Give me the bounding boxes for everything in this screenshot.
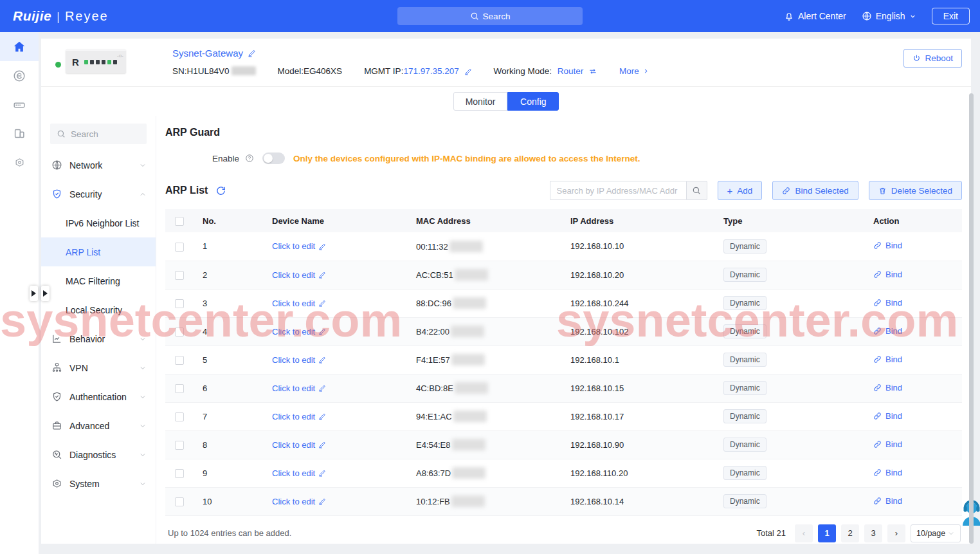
edit-icon — [318, 412, 326, 420]
type-badge: Dynamic — [723, 296, 767, 310]
bind-link[interactable]: Bind — [873, 355, 902, 364]
arp-search-input[interactable] — [550, 181, 686, 200]
sidebar-search[interactable] — [50, 124, 147, 144]
row-checkbox[interactable] — [175, 384, 184, 393]
row-checkbox[interactable] — [175, 328, 184, 337]
collapse-arrow-left[interactable] — [30, 286, 38, 301]
page-size-select[interactable]: 10/page — [911, 524, 961, 542]
reboot-button[interactable]: Reboot — [903, 49, 962, 68]
bind-link[interactable]: Bind — [873, 241, 902, 250]
alert-center-button[interactable]: Alert Center — [784, 11, 846, 21]
prev-page-button[interactable]: ‹ — [795, 524, 813, 542]
sidebar-item-arp-list[interactable]: ARP List — [41, 237, 156, 266]
bind-label: Bind — [885, 326, 902, 336]
global-search-button[interactable]: Search — [397, 7, 583, 25]
working-mode-value[interactable]: Router — [558, 66, 584, 76]
link-icon — [873, 299, 882, 307]
device-name-edit-link[interactable]: Click to edit — [272, 241, 326, 251]
page-button-1[interactable]: 1 — [818, 524, 836, 542]
sidebar-item-behavior[interactable]: Behavior — [41, 324, 156, 353]
bind-link[interactable]: Bind — [873, 439, 902, 449]
arp-search-button[interactable] — [686, 181, 707, 200]
link-icon — [873, 270, 882, 279]
next-page-button[interactable]: › — [887, 524, 905, 542]
mgmt-ip-value[interactable]: 171.97.35.207 — [403, 66, 458, 76]
rail-item-hexagon[interactable] — [0, 148, 39, 177]
bind-link[interactable]: Bind — [873, 496, 902, 506]
page-button-3[interactable]: 3 — [864, 524, 882, 542]
device-name-edit-link[interactable]: Click to edit — [272, 383, 326, 393]
sidebar-item-mac-filtering[interactable]: MAC Filtering — [41, 266, 156, 295]
sidebar-item-network[interactable]: Network — [41, 151, 156, 180]
sidebar-item-ipv6-neighbor-list[interactable]: IPv6 Neighbor List — [41, 208, 156, 237]
arp-guard-title: ARP Guard — [165, 127, 962, 138]
sidebar-item-vpn[interactable]: VPN — [41, 353, 156, 382]
tab-config[interactable]: Config — [507, 92, 559, 111]
row-checkbox[interactable] — [175, 356, 184, 365]
sidebar-collapse-handle[interactable] — [30, 286, 50, 301]
chevron-down-icon — [139, 364, 147, 372]
select-all-checkbox[interactable] — [175, 217, 184, 226]
rail-item-gateway[interactable] — [0, 90, 39, 119]
mac-redacted — [453, 411, 487, 422]
device-name-edit-link[interactable]: Click to edit — [272, 355, 326, 365]
cell-mac: AC:CB:51 — [416, 261, 570, 289]
refresh-icon[interactable] — [215, 185, 226, 196]
row-checkbox[interactable] — [175, 469, 184, 478]
add-button[interactable]: + Add — [718, 181, 763, 200]
language-selector[interactable]: English — [862, 11, 916, 21]
table-row: 8 Click to edit E4:54:E8 192.168.10.90 D… — [165, 430, 962, 459]
swap-icon[interactable] — [588, 67, 597, 76]
device-name-edit-link[interactable]: Click to edit — [272, 327, 326, 337]
sidebar-item-label: System — [69, 479, 139, 489]
row-checkbox[interactable] — [175, 497, 184, 506]
row-checkbox[interactable] — [175, 271, 184, 280]
bind-label: Bind — [885, 468, 902, 477]
bind-selected-label: Bind Selected — [795, 186, 848, 196]
help-icon[interactable] — [245, 154, 254, 163]
device-name-edit-link[interactable]: Click to edit — [272, 412, 326, 421]
bind-link[interactable]: Bind — [873, 468, 902, 477]
sidebar-item-local-security[interactable]: Local Security — [41, 295, 156, 324]
row-checkbox[interactable] — [175, 243, 184, 252]
bind-link[interactable]: Bind — [873, 411, 902, 421]
row-checkbox[interactable] — [175, 412, 184, 421]
table-row: 9 Click to edit A8:63:7D 192.168.110.20 … — [165, 459, 962, 487]
device-name-edit-link[interactable]: Click to edit — [272, 468, 326, 478]
cell-no: 8 — [191, 430, 268, 459]
row-checkbox[interactable] — [175, 441, 184, 450]
device-name-edit-link[interactable]: Click to edit — [272, 299, 326, 308]
page-button-2[interactable]: 2 — [841, 524, 859, 542]
diagnostics-icon — [51, 449, 62, 460]
edit-icon[interactable] — [464, 68, 472, 75]
rail-item-clients[interactable] — [0, 119, 39, 148]
row-checkbox[interactable] — [175, 299, 184, 308]
more-link[interactable]: More — [619, 66, 649, 76]
bind-link[interactable]: Bind — [873, 298, 902, 308]
device-name-edit-link[interactable]: Click to edit — [272, 497, 326, 506]
delete-selected-button[interactable]: Delete Selected — [869, 181, 962, 200]
sidebar-search-input[interactable] — [71, 129, 141, 139]
collapse-arrow-right[interactable] — [41, 286, 50, 301]
bind-link[interactable]: Bind — [873, 270, 902, 279]
device-name[interactable]: Sysnet-Gateway — [172, 48, 256, 59]
sidebar-item-authentication[interactable]: Authentication — [41, 382, 156, 411]
device-name-edit-link[interactable]: Click to edit — [272, 440, 326, 450]
exit-button[interactable]: Exit — [932, 8, 970, 24]
device-antenna-decor: -o- — [112, 55, 129, 57]
bind-link[interactable]: Bind — [873, 383, 902, 392]
bind-selected-button[interactable]: Bind Selected — [772, 181, 858, 200]
vertical-scrollbar[interactable] — [969, 93, 974, 544]
rail-item-home[interactable] — [0, 32, 39, 61]
sidebar-item-diagnostics[interactable]: Diagnostics — [41, 440, 156, 469]
sidebar-item-system[interactable]: System — [41, 469, 156, 498]
tab-monitor[interactable]: Monitor — [453, 92, 508, 111]
edit-icon[interactable] — [248, 49, 256, 57]
device-name-edit-link[interactable]: Click to edit — [272, 270, 326, 280]
sidebar-item-security[interactable]: Security — [41, 180, 156, 208]
enable-toggle[interactable] — [262, 152, 285, 164]
sidebar-item-advanced[interactable]: Advanced — [41, 411, 156, 440]
cell-no: 9 — [191, 459, 268, 487]
bind-link[interactable]: Bind — [873, 326, 902, 336]
rail-item-circled-e[interactable] — [0, 61, 39, 90]
